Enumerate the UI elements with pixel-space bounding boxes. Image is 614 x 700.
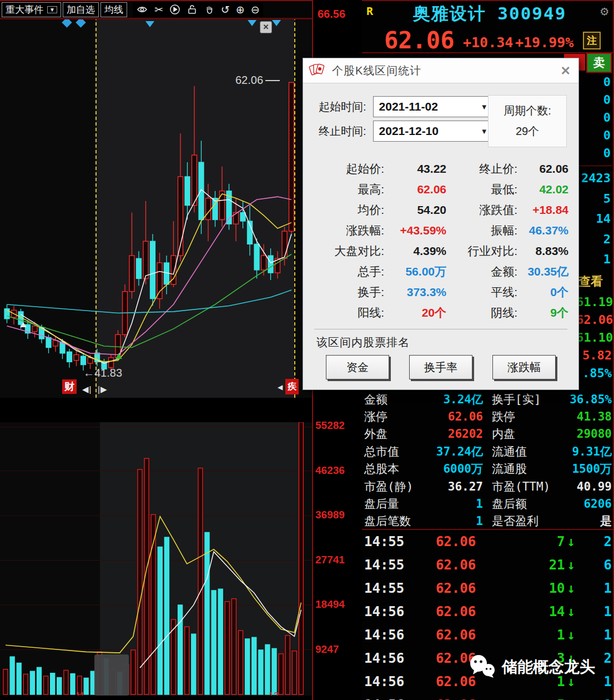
price-change: +10.34 xyxy=(463,34,513,51)
gear-icon[interactable]: ⚙ xyxy=(601,3,608,19)
add-watchlist-button[interactable]: 加自选 xyxy=(63,2,99,17)
watermark: 储能概念龙头 xyxy=(467,653,595,681)
queue-volume: 5 xyxy=(577,189,611,209)
tape-row: 14:55 62.06 7↓ 2 xyxy=(364,530,612,553)
dialog-close-icon[interactable]: ✕ xyxy=(561,64,571,78)
volume-axis-tick: 55282 xyxy=(315,419,361,464)
play-icon[interactable] xyxy=(169,4,180,15)
queue-volume: 0 xyxy=(577,127,611,144)
nav-left-small-icon[interactable]: ◀ xyxy=(278,383,283,391)
price-low-tag: ←41.83 xyxy=(83,367,122,379)
scissors-icon[interactable]: ✂ xyxy=(154,3,163,16)
queue-volume: 2 xyxy=(577,229,611,250)
price-list-value: 61.19 xyxy=(576,293,612,311)
kline-pane[interactable]: ✕ 62.06 ←41.83 财 ◀| |▶ ◀ 疾 xyxy=(0,17,312,398)
buy-queue-volumes: 242351421 xyxy=(577,168,611,270)
undo-icon[interactable]: ↺ xyxy=(221,3,230,16)
info-row: 盘后量 1 盘后额 6206 xyxy=(364,495,612,512)
view-link[interactable]: 查看 xyxy=(578,273,603,290)
info-row: 盘后笔数 1 是否盈利 是 xyxy=(364,513,612,530)
last-price: 62.06 xyxy=(384,27,454,54)
buy-signal-icon xyxy=(115,353,122,359)
selection-start-line[interactable] xyxy=(95,17,97,398)
nav-left-icon[interactable]: ◀| xyxy=(82,384,92,394)
price-change-pct: +19.99% xyxy=(515,34,573,51)
volume-axis-tick: 36989 xyxy=(315,509,361,554)
down-arrow-icon: ↓ xyxy=(567,604,575,619)
note-badge[interactable]: 注 xyxy=(583,32,601,49)
nav-right-icon[interactable]: |▶ xyxy=(98,384,107,394)
right-badge[interactable]: 疾 xyxy=(285,379,299,394)
cai-badge[interactable]: 财 xyxy=(62,379,77,394)
price-high-tag: 62.06 xyxy=(235,74,280,87)
down-arrow-icon: ↓ xyxy=(567,557,575,573)
dialog-title: 个股K线区间统计 xyxy=(332,63,421,78)
close-marker-panel-icon[interactable]: ✕ xyxy=(260,21,272,33)
down-arrow-icon: ↓ xyxy=(567,627,575,643)
stock-name-code[interactable]: 奥雅设计 300949 xyxy=(390,2,590,26)
info-rows: 金额 3.24亿 换手[实] 36.85% 涨停 62.06 跌停 41.38 … xyxy=(364,391,612,530)
start-date-select[interactable]: 2021-11-02 ▼ xyxy=(373,96,494,117)
major-events-menu[interactable]: 重大事件 ▼ xyxy=(2,2,61,17)
wechat-icon xyxy=(467,653,497,681)
rank-buttons: 资金换手率涨跌幅 xyxy=(303,355,578,379)
dialog-titlebar[interactable]: 个股K线区间统计 ✕ xyxy=(303,58,578,83)
eye-icon[interactable] xyxy=(136,4,148,15)
marker-triangle-icon[interactable] xyxy=(145,21,154,27)
price-list-value: 61.10 xyxy=(576,329,612,347)
volume-axis-tick: 27741 xyxy=(315,554,361,599)
volume-pane[interactable]: 11 12 xyxy=(0,422,312,696)
unlock-icon[interactable] xyxy=(187,4,198,15)
divider xyxy=(314,329,567,329)
price-list-value: 5.82 xyxy=(576,347,612,364)
r-flag: R xyxy=(366,4,373,18)
stats-row: 起始价: 43.22 终止价: 62.06 xyxy=(313,158,568,179)
volume-chart[interactable] xyxy=(0,422,312,696)
chart-toolbar: 重大事件 ▼ 加自选 均线 ✂ xyxy=(0,0,312,19)
stats-row: 总手: 56.00万 金额: 30.35亿 xyxy=(313,261,568,282)
rank-section-label: 该区间内股票排名 xyxy=(316,335,410,350)
major-events-label: 重大事件 xyxy=(6,3,43,16)
tape-row: 14:55 62.06 10↓ 1 xyxy=(364,577,612,600)
sell-button[interactable]: 卖 xyxy=(587,54,611,72)
selection-end-line[interactable] xyxy=(294,17,295,398)
end-date-row: 终止时间: 2021-12-10 ▼ xyxy=(319,121,494,142)
volume-axis-tick: 18494 xyxy=(315,598,361,643)
period-count-box: 周期个数: 29个 xyxy=(488,95,567,147)
zoom-in-icon[interactable]: ⊕ xyxy=(236,3,245,16)
rank-button[interactable]: 资金 xyxy=(326,355,389,379)
queue-volume: 0 xyxy=(577,73,611,91)
end-date-select[interactable]: 2021-12-10 ▼ xyxy=(373,121,494,142)
queue-volume: 0 xyxy=(577,91,611,109)
period-count-label: 周期个数: xyxy=(504,103,551,118)
axis-top-price: 66.56 xyxy=(318,8,345,21)
rank-button[interactable]: 换手率 xyxy=(409,355,472,379)
marker-triangle-icon[interactable] xyxy=(248,20,256,26)
tag-dash xyxy=(265,80,280,81)
rank-button[interactable]: 涨跌幅 xyxy=(492,355,556,379)
down-arrow-icon: ↓ xyxy=(567,697,575,700)
queue-volume: 14 xyxy=(577,209,611,229)
queue-volume: 0 xyxy=(577,144,611,162)
price-list-value: .85% xyxy=(576,364,612,382)
info-row: 涨停 62.06 跌停 41.38 xyxy=(364,408,612,425)
tape-row: 14:56 62.06 5↓ 1 xyxy=(364,693,612,700)
zoom-out-icon[interactable]: ⊖ xyxy=(251,3,260,16)
down-arrow-icon: ↓ xyxy=(567,534,575,549)
marker-triangle-icon[interactable] xyxy=(272,20,281,26)
stats-row: 换手: 373.3% 平线: 0个 xyxy=(313,282,568,302)
chevron-down-icon[interactable]: ▼ xyxy=(481,103,488,111)
tooltip-placeholder xyxy=(94,654,129,696)
chevron-down-icon[interactable]: ▼ xyxy=(481,127,488,136)
start-date-row: 起始时间: 2021-11-02 ▼ xyxy=(319,96,494,117)
stats-row: 最高: 62.06 最低: 42.02 xyxy=(313,179,568,199)
hand-icon[interactable] xyxy=(204,4,215,15)
stats-grid: 起始价: 43.22 终止价: 62.06 最高: 62.06 最低: 42.0… xyxy=(313,158,568,323)
ma-line-button[interactable]: 均线 xyxy=(100,2,127,17)
info-row: 外盘 26202 内盘 29080 xyxy=(364,426,612,443)
info-row: 总市值 37.24亿 流通值 9.31亿 xyxy=(364,443,612,460)
kline-range-stats-dialog: 个股K线区间统计 ✕ 起始时间: 2021-11-02 ▼ 终止时间: 2021… xyxy=(303,58,579,390)
chevron-down-icon[interactable]: ▼ xyxy=(47,6,57,13)
signal-up-icon xyxy=(20,322,27,327)
tape-row: 14:56 62.06 14↓ 1 xyxy=(364,600,612,623)
